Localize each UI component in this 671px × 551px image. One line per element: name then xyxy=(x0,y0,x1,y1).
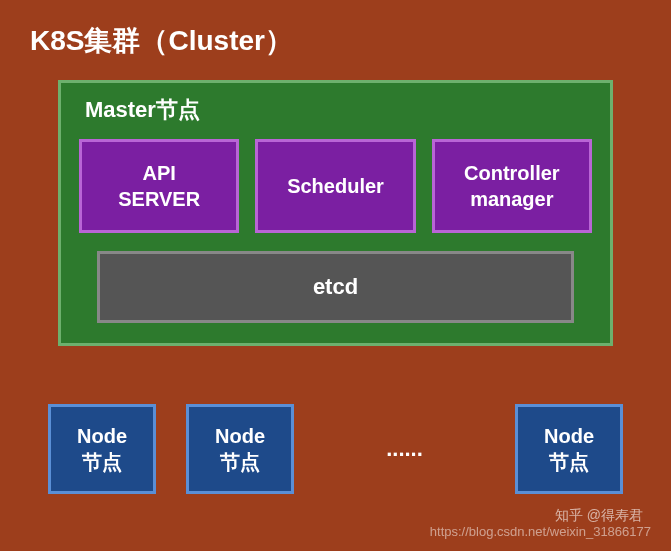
cluster-title: K8S集群（Cluster） xyxy=(30,22,653,60)
node-box-n: Node 节点 xyxy=(515,404,623,494)
master-components-row: APISERVER Scheduler Controllermanager xyxy=(79,139,592,233)
scheduler-box: Scheduler xyxy=(255,139,415,233)
node-box-1: Node 节点 xyxy=(48,404,156,494)
node-box-2: Node 节点 xyxy=(186,404,294,494)
node-label: Node xyxy=(544,425,594,447)
nodes-ellipsis: ...... xyxy=(324,436,485,462)
watermark-zhihu: 知乎 @得寿君 xyxy=(555,507,643,525)
node-label: Node xyxy=(77,425,127,447)
watermark-csdn: https://blog.csdn.net/weixin_31866177 xyxy=(430,524,651,539)
scheduler-label: Scheduler xyxy=(287,173,384,199)
node-label-cn: 节点 xyxy=(549,451,589,473)
master-title: Master节点 xyxy=(85,95,592,125)
node-label-cn: 节点 xyxy=(220,451,260,473)
node-label: Node xyxy=(215,425,265,447)
controller-manager-box: Controllermanager xyxy=(432,139,592,233)
controller-manager-label: Controllermanager xyxy=(464,160,560,212)
node-label-cn: 节点 xyxy=(82,451,122,473)
etcd-label: etcd xyxy=(313,274,358,299)
worker-nodes-row: Node 节点 Node 节点 ...... Node 节点 xyxy=(18,404,653,494)
api-server-label: APISERVER xyxy=(118,160,200,212)
master-node-container: Master节点 APISERVER Scheduler Controllerm… xyxy=(58,80,613,346)
etcd-box: etcd xyxy=(97,251,574,323)
api-server-box: APISERVER xyxy=(79,139,239,233)
